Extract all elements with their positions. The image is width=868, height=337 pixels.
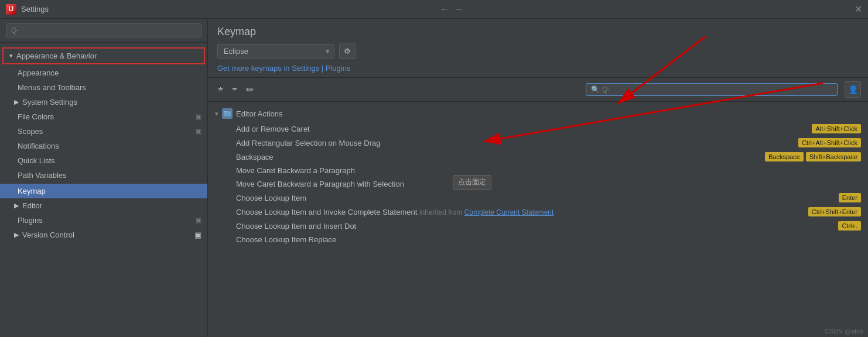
sidebar-item-path-variables[interactable]: Path Variables <box>0 168 207 183</box>
shortcut-badge-backspace: Backspace <box>765 152 804 161</box>
svg-rect-1 <box>224 111 227 112</box>
nav-back-button[interactable]: ← <box>439 3 450 16</box>
search-icon: 🔍 <box>591 85 600 94</box>
table-row: Choose Lookup Item Enter 点击固定 <box>208 191 868 205</box>
sidebar-item-file-colors[interactable]: File Colors ▣ <box>0 109 207 124</box>
main-header: Keymap Eclipse Default Emacs NetBeans Vi… <box>208 19 868 78</box>
sidebar-search-input[interactable] <box>6 23 201 37</box>
group-folder-icon <box>222 108 233 119</box>
main-content-area: Keymap Eclipse Default Emacs NetBeans Vi… <box>208 19 868 337</box>
sidebar-items-list: ▾ Appearance & Behavior Appearance Menus… <box>0 43 207 245</box>
section-appearance-behavior-header[interactable]: ▾ Appearance & Behavior <box>2 47 205 64</box>
get-more-keymaps-link[interactable]: Get more keymaps in Settings | Plugins <box>217 64 350 73</box>
entry-name-move-caret-back-para-sel: Move Caret Backward a Paragraph with Sel… <box>236 180 861 188</box>
edit-icon-vc: ▣ <box>194 231 201 239</box>
group-chevron-down-icon: ▾ <box>215 110 218 118</box>
title-bar: IJ Settings ← → ✕ <box>0 0 868 19</box>
editor-actions-group-header[interactable]: ▾ Editor Actions <box>208 105 868 122</box>
sidebar-item-quick-lists[interactable]: Quick Lists <box>0 153 207 168</box>
edit-shortcut-button[interactable]: ✏ <box>243 82 257 97</box>
sidebar-item-appearance[interactable]: Appearance <box>0 66 207 80</box>
table-row: Backspace Backspace Shift+Backspace <box>208 150 868 164</box>
section-appearance-behavior: ▾ Appearance & Behavior Appearance Menus… <box>0 45 207 184</box>
shortcut-badge-shift-backspace: Shift+Backspace <box>806 152 861 161</box>
entry-name-add-caret: Add or Remove Caret <box>236 125 812 133</box>
entry-name-choose-lookup: Choose Lookup Item <box>236 194 839 202</box>
find-shortcut-button[interactable]: 👤 <box>845 81 861 98</box>
expand-icon: ⩦ <box>232 84 237 94</box>
sidebar-item-keymap[interactable]: Keymap <box>0 184 207 198</box>
edit-icon-plugins: ▣ <box>196 216 201 224</box>
expand-all-button[interactable]: ⩦ <box>229 82 240 97</box>
entry-name-choose-lookup-dot: Choose Lookup Item and Insert Dot <box>236 222 838 231</box>
sidebar-item-version-control[interactable]: ▶ Version Control ▣ <box>0 228 207 242</box>
sidebar-item-editor[interactable]: ▶ Editor <box>0 198 207 213</box>
app-logo: IJ <box>6 4 16 15</box>
chevron-right-icon-vc: ▶ <box>14 231 19 239</box>
nav-arrows: ← → <box>439 3 464 16</box>
keymap-list: ▾ Editor Actions Add or Remove Caret Alt… <box>208 102 868 337</box>
actions-toolbar: ⩧ ⩦ ✏ 🔍 👤 <box>208 78 868 102</box>
keymap-entries-list: Add or Remove Caret Alt+Shift+Click Add … <box>208 122 868 246</box>
pencil-icon: ✏ <box>246 85 254 95</box>
page-title: Keymap <box>217 26 859 38</box>
sidebar-item-notifications[interactable]: Notifications <box>0 139 207 153</box>
entry-name-rect-selection: Add Rectangular Selection on Mouse Drag <box>236 139 798 147</box>
table-row: Move Caret Backward a Paragraph with Sel… <box>208 177 868 191</box>
sidebar-item-menus-toolbars[interactable]: Menus and Toolbars <box>0 80 207 95</box>
tooltip-popup: 点击固定 <box>453 175 491 190</box>
keymap-search-box: 🔍 <box>586 83 838 96</box>
table-row: Add Rectangular Selection on Mouse Drag … <box>208 136 868 150</box>
keymap-gear-button[interactable]: ⚙ <box>339 43 356 59</box>
collapse-icon: ⩧ <box>218 84 223 94</box>
entry-name-choose-lookup-complete: Choose Lookup Item and Invoke Complete S… <box>236 208 808 216</box>
chevron-right-icon: ▶ <box>14 98 19 106</box>
settings-window: IJ Settings ← → ✕ ▾ Appearance & Behavio… <box>0 0 868 337</box>
chevron-down-icon: ▾ <box>9 52 13 60</box>
entry-shortcuts: Ctrl+. <box>838 221 861 231</box>
entry-name-backspace: Backspace <box>236 153 765 161</box>
nav-forward-button[interactable]: → <box>453 3 464 16</box>
section-label: Appearance & Behavior <box>16 51 97 60</box>
watermark: CSDN @ablo <box>825 328 863 335</box>
keymap-select-wrapper: Eclipse Default Emacs NetBeans Visual St… <box>217 44 334 59</box>
window-title: Settings <box>21 5 49 13</box>
entry-shortcuts: Backspace Shift+Backspace <box>765 152 861 161</box>
sidebar-search-container <box>0 19 207 43</box>
entry-shortcuts: Alt+Shift+Click <box>812 124 861 133</box>
table-row: Add or Remove Caret Alt+Shift+Click <box>208 122 868 136</box>
keymap-dropdown[interactable]: Eclipse Default Emacs NetBeans Visual St… <box>217 44 334 59</box>
table-row: Choose Lookup Item and Invoke Complete S… <box>208 205 868 219</box>
inherited-link[interactable]: Complete Current Statement <box>464 208 554 216</box>
table-row: Choose Lookup Item Replace <box>208 233 868 246</box>
editor-actions-group: ▾ Editor Actions Add or Remove Caret Alt… <box>208 104 868 247</box>
edit-icon: ▣ <box>196 113 201 121</box>
entry-name-choose-lookup-replace: Choose Lookup Item Replace <box>236 235 861 244</box>
table-row: Choose Lookup Item and Insert Dot Ctrl+. <box>208 219 868 233</box>
shortcut-badge: Alt+Shift+Click <box>812 124 861 133</box>
keymap-search-input[interactable] <box>602 85 832 94</box>
entry-shortcuts: Enter <box>839 193 861 202</box>
entry-shortcuts: Ctrl+Alt+Shift+Click <box>798 138 861 147</box>
edit-icon-scopes: ▣ <box>196 128 201 135</box>
sidebar: ▾ Appearance & Behavior Appearance Menus… <box>0 19 208 337</box>
sidebar-item-system-settings[interactable]: ▶ System Settings <box>0 95 207 109</box>
inherited-text: inherited from <box>419 208 464 216</box>
entry-name-move-caret-back-para: Move Caret Backward a Paragraph <box>236 166 861 175</box>
chevron-right-icon-editor: ▶ <box>14 202 19 209</box>
shortcut-badge-ctrl-dot: Ctrl+. <box>838 221 861 231</box>
shortcut-badge: Ctrl+Alt+Shift+Click <box>798 138 861 147</box>
table-row: Move Caret Backward a Paragraph <box>208 164 868 177</box>
group-name-label: Editor Actions <box>236 109 283 118</box>
shortcut-badge-ctrl-shift-enter: Ctrl+Shift+Enter <box>808 207 861 216</box>
content-area: ▾ Appearance & Behavior Appearance Menus… <box>0 19 868 337</box>
keymap-toolbar: Eclipse Default Emacs NetBeans Visual St… <box>217 43 859 59</box>
shortcut-badge-enter: Enter <box>839 193 861 202</box>
sidebar-item-scopes[interactable]: Scopes ▣ <box>0 124 207 139</box>
person-icon: 👤 <box>848 85 858 94</box>
entry-shortcuts: Ctrl+Shift+Enter <box>808 207 861 216</box>
sidebar-item-plugins[interactable]: Plugins ▣ <box>0 213 207 228</box>
close-button[interactable]: ✕ <box>855 4 862 15</box>
collapse-all-button[interactable]: ⩧ <box>215 82 225 97</box>
